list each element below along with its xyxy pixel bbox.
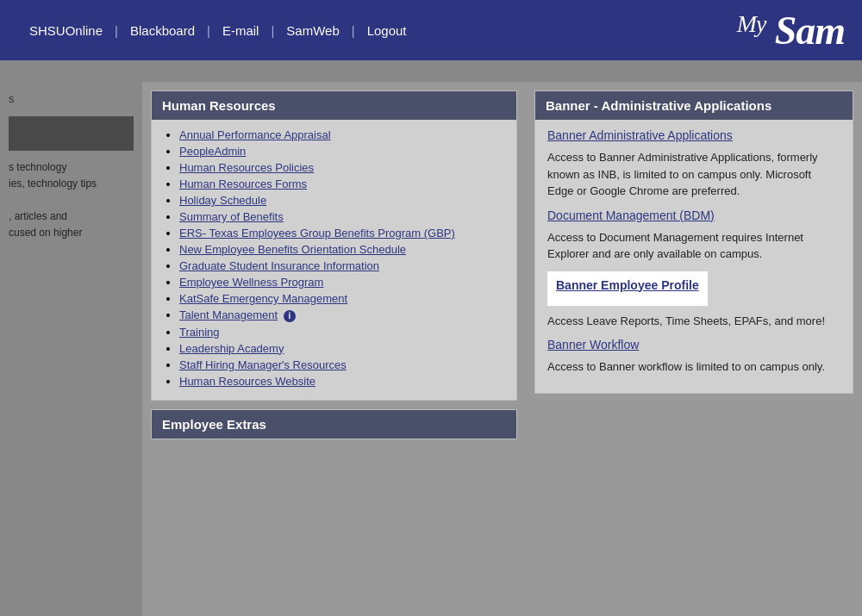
doc-management-desc: Access to Document Management requires I… <box>547 229 840 263</box>
list-item: KatSafe Emergency Management <box>179 292 506 305</box>
banner-employee-profile-link[interactable]: Banner Employee Profile <box>556 278 699 292</box>
leadership-academy-link[interactable]: Leadership Academy <box>179 342 284 355</box>
list-item: Training <box>179 326 506 339</box>
employee-extras-panel: Employee Extras <box>151 409 517 439</box>
list-item: PeopleAdmin <box>179 145 506 158</box>
people-admin-link[interactable]: PeopleAdmin <box>179 145 246 158</box>
annual-performance-link[interactable]: Annual Performance Appraisal <box>179 128 331 141</box>
talent-management-link[interactable]: Talent Management <box>179 308 278 321</box>
list-item: Human Resources Forms <box>179 177 506 190</box>
list-item: Employee Wellness Program <box>179 276 506 289</box>
new-employee-benefits-link[interactable]: New Employee Benefits Orientation Schedu… <box>179 243 406 256</box>
document-management-link[interactable]: Document Management (BDM) <box>547 208 840 222</box>
logo-sam: Sam <box>775 9 845 53</box>
list-item: Holiday Schedule <box>179 194 506 207</box>
list-item: Staff Hiring Manager's Resources <box>179 358 506 371</box>
samweb-link[interactable]: SamWeb <box>274 23 351 38</box>
human-resources-panel: Human Resources Annual Performance Appra… <box>151 90 517 401</box>
logout-link[interactable]: Logout <box>355 23 419 38</box>
nav-divider-3: | <box>271 23 274 38</box>
shsuonline-link[interactable]: SHSUOnline <box>17 23 115 38</box>
nav-divider-4: | <box>352 23 355 38</box>
banner-panel: Banner - Administrative Applications Ban… <box>534 90 853 394</box>
staff-hiring-link[interactable]: Staff Hiring Manager's Resources <box>179 358 347 371</box>
banner-admin-apps-desc: Access to Banner Administrative Applicat… <box>547 149 840 200</box>
left-sidebar: s s technology ies, technology tips , ar… <box>0 82 142 616</box>
nav-divider-2: | <box>207 23 210 38</box>
hr-panel-header: Human Resources <box>152 91 516 120</box>
list-item: Summary of Benefits <box>179 210 506 223</box>
ers-gbp-link[interactable]: ERS- Texas Employees Group Benefits Prog… <box>179 227 455 240</box>
sidebar-text-1: s <box>9 90 134 108</box>
sub-header-bar <box>0 60 862 82</box>
hr-links-list: Annual Performance Appraisal PeopleAdmin… <box>162 128 506 388</box>
info-icon: i <box>284 310 296 322</box>
list-item: Human Resources Policies <box>179 161 506 174</box>
list-item: Human Resources Website <box>179 375 506 388</box>
hr-policies-link[interactable]: Human Resources Policies <box>179 161 314 174</box>
main-content: s s technology ies, technology tips , ar… <box>0 82 862 616</box>
list-item: Graduate Student Insurance Information <box>179 259 506 272</box>
banner-admin-apps-link[interactable]: Banner Administrative Applications <box>547 128 840 142</box>
holiday-schedule-link[interactable]: Holiday Schedule <box>179 194 266 207</box>
sidebar-text-tech: s technology <box>9 159 134 176</box>
training-link[interactable]: Training <box>179 326 219 339</box>
hr-panel-body: Annual Performance Appraisal PeopleAdmin… <box>152 120 516 400</box>
employee-wellness-link[interactable]: Employee Wellness Program <box>179 276 323 289</box>
sidebar-text-tips: ies, technology tips <box>9 176 134 192</box>
main-nav: SHSUOnline | Blackboard | E-mail | SamWe… <box>17 23 419 38</box>
katsafe-link[interactable]: KatSafe Emergency Management <box>179 292 347 305</box>
list-item: New Employee Benefits Orientation Schedu… <box>179 243 506 256</box>
list-item: Leadership Academy <box>179 342 506 355</box>
hr-forms-link[interactable]: Human Resources Forms <box>179 177 307 190</box>
nav-divider-1: | <box>115 23 118 38</box>
sidebar-dark-bar <box>9 116 134 151</box>
site-logo: My Sam <box>737 8 845 53</box>
employee-extras-header: Employee Extras <box>152 410 516 439</box>
sidebar-text-higher: cused on higher <box>9 225 134 241</box>
logo-my: My <box>737 9 766 36</box>
header: SHSUOnline | Blackboard | E-mail | SamWe… <box>0 0 862 60</box>
banner-workflow-desc: Access to Banner workflow is limited to … <box>547 358 840 376</box>
banner-panel-body: Banner Administrative Applications Acces… <box>535 120 853 393</box>
sidebar-text-articles: , articles and <box>9 208 134 225</box>
right-area: Banner - Administrative Applications Ban… <box>526 82 862 616</box>
banner-panel-header: Banner - Administrative Applications <box>535 91 853 120</box>
email-link[interactable]: E-mail <box>210 23 272 38</box>
employee-profile-desc: Access Leave Reports, Time Sheets, EPAFs… <box>547 313 840 330</box>
banner-workflow-link[interactable]: Banner Workflow <box>547 338 840 352</box>
sidebar-text-block: s technology ies, technology tips , arti… <box>9 159 134 242</box>
hr-website-link[interactable]: Human Resources Website <box>179 375 315 388</box>
list-item: ERS- Texas Employees Group Benefits Prog… <box>179 227 506 240</box>
banner-employee-profile-box: Banner Employee Profile <box>547 271 708 306</box>
blackboard-link[interactable]: Blackboard <box>118 23 207 38</box>
list-item: Talent Management i <box>179 308 506 322</box>
list-item: Annual Performance Appraisal <box>179 128 506 141</box>
center-area: Human Resources Annual Performance Appra… <box>142 82 526 616</box>
graduate-insurance-link[interactable]: Graduate Student Insurance Information <box>179 259 379 272</box>
summary-benefits-link[interactable]: Summary of Benefits <box>179 210 284 223</box>
